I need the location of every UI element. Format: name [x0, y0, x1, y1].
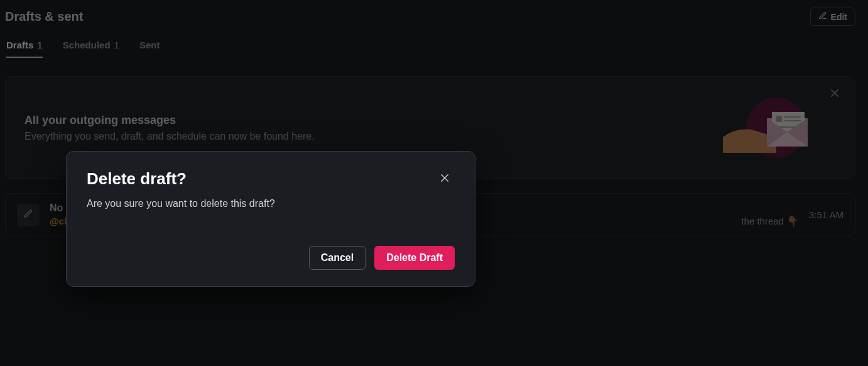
modal-overlay[interactable]: Delete draft? Are you sure you want to d…: [0, 0, 868, 366]
delete-draft-button[interactable]: Delete Draft: [374, 246, 455, 270]
cancel-button[interactable]: Cancel: [309, 246, 366, 270]
delete-draft-dialog: Delete draft? Are you sure you want to d…: [66, 151, 475, 287]
dialog-title: Delete draft?: [87, 169, 187, 189]
close-icon: [439, 172, 450, 186]
dialog-close-button[interactable]: [435, 169, 455, 189]
dialog-body: Are you sure you want to delete this dra…: [87, 198, 455, 209]
